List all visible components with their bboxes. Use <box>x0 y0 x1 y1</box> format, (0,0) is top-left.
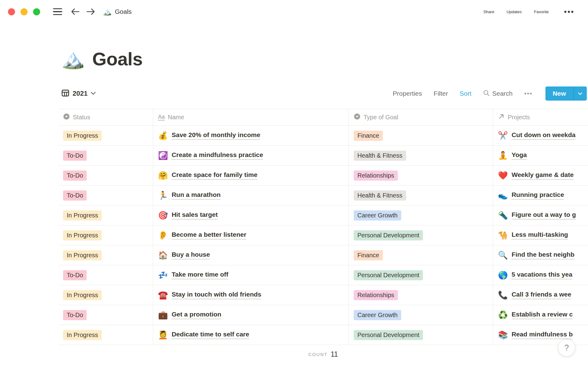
project-page-link[interactable]: Read mindfulness b <box>511 331 573 339</box>
type-badge[interactable]: Finance <box>354 131 383 141</box>
project-page-link[interactable]: Call 3 friends a wee <box>511 291 571 299</box>
goal-page-link[interactable]: Create space for family time <box>172 171 257 180</box>
type-badge[interactable]: Career Growth <box>354 210 401 220</box>
updates-button[interactable]: Updates <box>507 10 522 14</box>
goal-page-link[interactable]: Dedicate time to self care <box>172 331 249 339</box>
page-mountain-icon[interactable]: 🏔️ <box>61 47 85 71</box>
project-page-link[interactable]: Yoga <box>511 151 527 160</box>
help-button[interactable]: ? <box>558 339 575 356</box>
page-title[interactable]: Goals <box>92 48 142 70</box>
goal-page-link[interactable]: Get a promotion <box>172 311 221 319</box>
projects-cell[interactable]: 🔦Figure out a way to g <box>493 205 588 225</box>
projects-cell[interactable]: 🧘Yoga <box>493 146 588 165</box>
filter-button[interactable]: Filter <box>434 90 448 97</box>
type-badge[interactable]: Finance <box>354 250 383 260</box>
name-cell[interactable]: 🤗Create space for family time <box>153 166 349 185</box>
goal-page-link[interactable]: Take more time off <box>172 271 228 279</box>
project-page-link[interactable]: Find the best neighb <box>511 251 574 259</box>
type-of-goal-cell[interactable]: Career Growth <box>349 305 493 325</box>
minimize-window-button[interactable] <box>21 8 28 15</box>
projects-cell[interactable]: 🐪Less multi-tasking <box>493 225 588 245</box>
type-of-goal-cell[interactable]: Personal Development <box>349 225 493 245</box>
status-badge[interactable]: In Progress <box>63 250 102 260</box>
view-switcher[interactable]: 2021 <box>61 89 96 98</box>
type-of-goal-cell[interactable]: Health & Fitness <box>349 186 493 205</box>
back-arrow-icon[interactable] <box>68 8 83 16</box>
projects-cell[interactable]: 🌎5 vacations this yea <box>493 265 588 285</box>
projects-cell[interactable]: 🔍Find the best neighb <box>493 245 588 265</box>
type-of-goal-cell[interactable]: Personal Development <box>349 325 493 345</box>
close-window-button[interactable] <box>8 8 15 15</box>
status-cell[interactable]: In Progress <box>58 325 153 345</box>
projects-cell[interactable]: 📚Read mindfulness b <box>493 325 588 345</box>
count-label[interactable]: COUNT <box>308 352 327 357</box>
status-badge[interactable]: In Progress <box>63 290 102 300</box>
status-cell[interactable]: To-Do <box>58 166 153 185</box>
status-cell[interactable]: To-Do <box>58 265 153 285</box>
status-badge[interactable]: To-Do <box>63 310 87 320</box>
type-badge[interactable]: Personal Development <box>354 330 423 340</box>
new-dropdown-chevron-icon[interactable] <box>574 86 587 101</box>
column-header-name[interactable]: Aa Name <box>153 109 349 125</box>
new-button[interactable]: New <box>545 86 587 101</box>
zoom-window-button[interactable] <box>33 8 40 15</box>
status-badge[interactable]: In Progress <box>63 131 102 141</box>
name-cell[interactable]: 🏃Run a marathon <box>153 186 349 205</box>
sidebar-menu-icon[interactable] <box>50 8 65 15</box>
toolbar-more-icon[interactable]: ••• <box>524 90 533 97</box>
name-cell[interactable]: ☯️Create a mindfulness practice <box>153 146 349 165</box>
type-of-goal-cell[interactable]: Career Growth <box>349 205 493 225</box>
projects-cell[interactable]: ✂️Cut down on weekda <box>493 126 588 145</box>
project-page-link[interactable]: 5 vacations this yea <box>511 271 572 279</box>
name-cell[interactable]: 🎯Hit sales target <box>153 205 349 225</box>
projects-cell[interactable]: 📞Call 3 friends a wee <box>493 285 588 305</box>
goal-page-link[interactable]: Run a marathon <box>172 191 221 200</box>
project-page-link[interactable]: Weekly game & date <box>511 171 574 180</box>
type-badge[interactable]: Health & Fitness <box>354 190 406 201</box>
status-badge[interactable]: To-Do <box>63 270 87 280</box>
type-of-goal-cell[interactable]: Relationships <box>349 166 493 185</box>
project-page-link[interactable]: Figure out a way to g <box>511 211 576 220</box>
status-badge[interactable]: To-Do <box>63 151 87 161</box>
name-cell[interactable]: 💰Save 20% of monthly income <box>153 126 349 145</box>
column-header-type-of-goal[interactable]: Type of Goal <box>349 109 493 125</box>
goal-page-link[interactable]: Create a mindfulness practice <box>172 151 263 160</box>
type-badge[interactable]: Personal Development <box>354 270 423 280</box>
name-cell[interactable]: 💆Dedicate time to self care <box>153 325 349 345</box>
name-cell[interactable]: 💼Get a promotion <box>153 305 349 325</box>
type-badge[interactable]: Relationships <box>354 171 398 181</box>
name-cell[interactable]: 🏠Buy a house <box>153 245 349 265</box>
goal-page-link[interactable]: Hit sales target <box>172 211 218 220</box>
goal-page-link[interactable]: Stay in touch with old friends <box>172 291 261 299</box>
status-cell[interactable]: To-Do <box>58 186 153 205</box>
favorite-button[interactable]: Favorite <box>534 10 549 14</box>
type-of-goal-cell[interactable]: Personal Development <box>349 265 493 285</box>
type-of-goal-cell[interactable]: Finance <box>349 245 493 265</box>
status-cell[interactable]: In Progress <box>58 245 153 265</box>
goal-page-link[interactable]: Buy a house <box>172 251 210 259</box>
project-page-link[interactable]: Establish a review c <box>511 311 573 319</box>
type-badge[interactable]: Career Growth <box>354 310 401 320</box>
forward-arrow-icon[interactable] <box>83 8 98 16</box>
type-of-goal-cell[interactable]: Health & Fitness <box>349 146 493 165</box>
status-badge[interactable]: In Progress <box>63 230 102 240</box>
type-badge[interactable]: Health & Fitness <box>354 151 406 161</box>
project-page-link[interactable]: Less multi-tasking <box>511 231 568 240</box>
type-badge[interactable]: Personal Development <box>354 230 423 240</box>
properties-button[interactable]: Properties <box>393 90 422 97</box>
breadcrumb[interactable]: 🏔️ Goals <box>103 7 132 16</box>
goal-page-link[interactable]: Become a better listener <box>172 231 246 240</box>
status-badge[interactable]: To-Do <box>63 171 87 181</box>
search-button[interactable]: Search <box>483 90 513 98</box>
projects-cell[interactable]: ♻️Establish a review c <box>493 305 588 325</box>
sort-button[interactable]: Sort <box>460 90 472 97</box>
type-of-goal-cell[interactable]: Relationships <box>349 285 493 305</box>
status-badge[interactable]: In Progress <box>63 330 102 340</box>
status-cell[interactable]: In Progress <box>58 285 153 305</box>
name-cell[interactable]: 👂Become a better listener <box>153 225 349 245</box>
status-badge[interactable]: In Progress <box>63 210 102 220</box>
project-page-link[interactable]: Running practice <box>511 191 564 200</box>
type-badge[interactable]: Relationships <box>354 290 398 300</box>
status-cell[interactable]: To-Do <box>58 146 153 165</box>
goal-page-link[interactable]: Save 20% of monthly income <box>172 131 260 140</box>
